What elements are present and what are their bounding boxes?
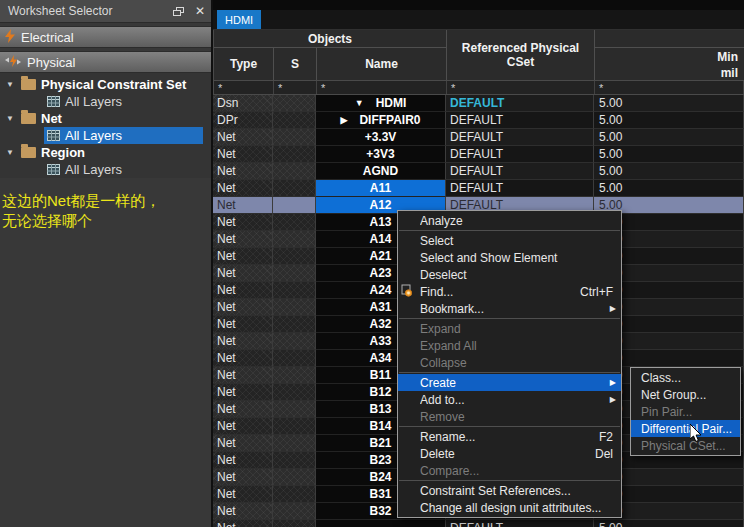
tab-hdmi[interactable]: HDMI	[217, 10, 261, 29]
filter-cell-s[interactable]: *	[274, 81, 317, 94]
cell-type[interactable]: Net	[213, 350, 273, 367]
cell-s[interactable]	[273, 129, 316, 146]
cell-type[interactable]: Net	[213, 503, 273, 520]
menu-item-net-group[interactable]: Net Group...	[631, 386, 740, 403]
cell-referenced-cset[interactable]: DEFAULT	[446, 112, 594, 129]
cell-referenced-cset[interactable]: DEFAULT	[446, 520, 594, 527]
cell-s[interactable]	[273, 418, 316, 435]
cell-name[interactable]: AGND	[316, 163, 446, 180]
cell-s[interactable]	[273, 520, 316, 527]
cell-name[interactable]: ▼HDMI	[316, 95, 446, 112]
menu-item-add-to[interactable]: Add to...▶	[398, 391, 621, 408]
cell-type[interactable]: Net	[213, 401, 273, 418]
cell-type[interactable]: Net	[213, 248, 273, 265]
cell-min[interactable]: 5.00	[594, 112, 744, 129]
menu-item-delete[interactable]: DeleteDel	[398, 445, 621, 462]
column-header-type[interactable]: Type	[214, 48, 274, 80]
cell-type[interactable]: Net	[213, 418, 273, 435]
cell-type[interactable]: Net	[213, 486, 273, 503]
menu-item-class[interactable]: Class...	[631, 369, 740, 386]
section-physical[interactable]: Physical	[0, 51, 211, 73]
menu-item-create[interactable]: Create▶	[398, 374, 621, 391]
menu-item-constraint-set-references[interactable]: Constraint Set References...	[398, 482, 621, 499]
cell-referenced-cset[interactable]: DEFAULT	[446, 129, 594, 146]
cell-s[interactable]	[273, 146, 316, 163]
filter-cell-name[interactable]: *	[317, 81, 447, 94]
cell-type[interactable]: Dsn	[213, 95, 273, 112]
cell-s[interactable]	[273, 503, 316, 520]
menu-item-select[interactable]: Select	[398, 232, 621, 249]
cell-s[interactable]	[273, 248, 316, 265]
column-header-name[interactable]: Name	[317, 48, 447, 80]
cell-type[interactable]: Net	[213, 299, 273, 316]
cell-type[interactable]: Net	[213, 163, 273, 180]
cell-type[interactable]: Net	[213, 367, 273, 384]
cell-type[interactable]: Net	[213, 197, 273, 214]
cell-s[interactable]	[273, 401, 316, 418]
cell-type[interactable]: DPr	[213, 112, 273, 129]
column-header-min[interactable]: Min	[595, 48, 744, 65]
menu-item-differential-pair[interactable]: Differential Pair...	[631, 420, 740, 437]
tree-item-net[interactable]: ▼Net	[0, 110, 211, 127]
chevron-down-icon[interactable]: ▼	[6, 80, 16, 89]
menu-item-select-and-show-element[interactable]: Select and Show Element	[398, 249, 621, 266]
cell-min[interactable]: 5.00	[594, 146, 744, 163]
filter-cell-min[interactable]: *	[595, 81, 744, 94]
cell-name[interactable]: A11	[316, 180, 446, 197]
cell-type[interactable]: Net	[213, 452, 273, 469]
menu-item-analyze[interactable]: Analyze	[398, 212, 621, 229]
tree-item-all-layers[interactable]: All Layers	[44, 93, 203, 110]
cell-type[interactable]: Net	[213, 435, 273, 452]
cell-type[interactable]: Net	[213, 265, 273, 282]
cell-s[interactable]	[273, 95, 316, 112]
cell-s[interactable]	[273, 163, 316, 180]
cell-type[interactable]: Net	[213, 231, 273, 248]
cell-s[interactable]	[273, 299, 316, 316]
cell-name[interactable]	[316, 520, 446, 527]
row-expand-icon[interactable]: ▶	[340, 115, 347, 125]
tree-item-physical-constraint-set[interactable]: ▼Physical Constraint Set	[0, 76, 211, 93]
cell-s[interactable]	[273, 452, 316, 469]
column-header-referenced-physical-cset[interactable]: Referenced Physical CSet	[447, 30, 595, 80]
cell-s[interactable]	[273, 367, 316, 384]
cell-s[interactable]	[273, 231, 316, 248]
tree-item-all-layers[interactable]: All Layers	[44, 161, 203, 178]
menu-item-rename[interactable]: Rename...F2	[398, 428, 621, 445]
cell-type[interactable]: Net	[213, 469, 273, 486]
tree-item-all-layers[interactable]: All Layers	[44, 127, 203, 144]
cell-type[interactable]: Net	[213, 520, 273, 527]
cell-name[interactable]: +3V3	[316, 146, 446, 163]
cell-s[interactable]	[273, 486, 316, 503]
row-collapse-icon[interactable]: ▼	[355, 98, 364, 108]
cell-s[interactable]	[273, 214, 316, 231]
cell-type[interactable]: Net	[213, 214, 273, 231]
section-electrical[interactable]: Electrical	[0, 26, 211, 48]
cell-s[interactable]	[273, 469, 316, 486]
menu-item-deselect[interactable]: Deselect	[398, 266, 621, 283]
cell-s[interactable]	[273, 316, 316, 333]
filter-cell-type[interactable]: *	[214, 81, 274, 94]
cell-s[interactable]	[273, 350, 316, 367]
cell-min[interactable]: 5.00	[594, 180, 744, 197]
cell-s[interactable]	[273, 265, 316, 282]
close-icon[interactable]: ✕	[189, 4, 211, 18]
cell-type[interactable]: Net	[213, 180, 273, 197]
cell-min[interactable]: 5.00	[594, 95, 744, 112]
cell-s[interactable]	[273, 282, 316, 299]
cell-referenced-cset[interactable]: DEFAULT	[446, 146, 594, 163]
cell-type[interactable]: Net	[213, 333, 273, 350]
cell-type[interactable]: Net	[213, 384, 273, 401]
cell-s[interactable]	[273, 384, 316, 401]
cell-min[interactable]: 5.00	[594, 163, 744, 180]
chevron-down-icon[interactable]: ▼	[6, 148, 16, 157]
cell-type[interactable]: Net	[213, 282, 273, 299]
cell-s[interactable]	[273, 435, 316, 452]
cell-type[interactable]: Net	[213, 146, 273, 163]
cell-type[interactable]: Net	[213, 129, 273, 146]
cell-name[interactable]: +3.3V	[316, 129, 446, 146]
cell-s[interactable]	[273, 333, 316, 350]
cell-min[interactable]: 5.00	[594, 520, 744, 527]
tree-item-region[interactable]: ▼Region	[0, 144, 211, 161]
cell-referenced-cset[interactable]: DEFAULT	[446, 95, 594, 112]
cell-min[interactable]: 5.00	[594, 129, 744, 146]
